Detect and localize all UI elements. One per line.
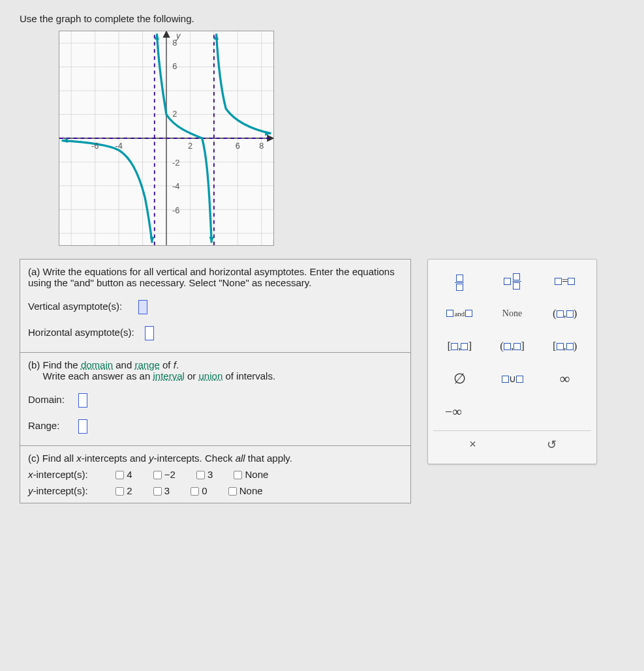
svg-text:-6: -6 xyxy=(172,205,179,215)
function-graph: -6-4 268 268 -2-4-6 y xyxy=(59,31,274,246)
kp-empty-set[interactable]: ∅ xyxy=(433,370,486,387)
checkbox-icon[interactable] xyxy=(115,471,124,479)
va-input[interactable] xyxy=(138,300,147,314)
part-c-label: (c) xyxy=(28,453,40,464)
question-prompt: Use the graph to complete the following. xyxy=(20,13,624,24)
kp-reset[interactable]: ↺ xyxy=(512,431,591,458)
svg-text:2: 2 xyxy=(188,141,192,151)
checkbox-icon[interactable] xyxy=(191,487,199,496)
checkbox-icon[interactable] xyxy=(196,471,205,479)
kp-closed-open[interactable]: [,) xyxy=(538,340,591,353)
svg-text:6: 6 xyxy=(172,61,177,71)
kp-fraction[interactable] xyxy=(433,272,486,291)
svg-marker-26 xyxy=(214,34,219,40)
domain-input[interactable] xyxy=(78,393,87,408)
domain-link[interactable]: domain xyxy=(81,359,113,370)
kp-neg-infinity[interactable]: −∞ xyxy=(433,404,494,419)
svg-text:-2: -2 xyxy=(172,158,179,168)
svg-text:-6: -6 xyxy=(91,141,99,151)
kp-equals[interactable]: = xyxy=(538,275,591,288)
part-a-label: (a) xyxy=(28,266,40,277)
kp-and[interactable]: and xyxy=(433,308,486,319)
kp-clear[interactable]: × xyxy=(433,431,512,458)
question-box: (a) Write the equations for all vertical… xyxy=(20,259,411,503)
svg-text:6: 6 xyxy=(236,141,240,151)
svg-text:y: y xyxy=(176,31,181,40)
checkbox-icon[interactable] xyxy=(234,471,242,479)
part-b: (b) Find the domain and range of f. (b) … xyxy=(20,353,410,446)
x-opt-3[interactable]: None xyxy=(234,469,268,480)
checkbox-icon[interactable] xyxy=(228,487,237,496)
ha-input[interactable] xyxy=(145,326,154,340)
x-opt-0[interactable]: 4 xyxy=(115,469,132,480)
ha-label: Horizontal asymptote(s): xyxy=(28,327,134,338)
svg-marker-19 xyxy=(163,31,169,37)
y-intercept-label: y-intercept(s): xyxy=(28,485,113,496)
kp-closed-closed[interactable]: [,] xyxy=(433,340,486,353)
svg-text:8: 8 xyxy=(259,141,264,151)
y-opt-2[interactable]: 0 xyxy=(191,485,207,496)
y-opt-1[interactable]: 3 xyxy=(153,485,170,496)
checkbox-icon[interactable] xyxy=(153,487,162,496)
part-b-label: (b) xyxy=(28,359,40,370)
range-link[interactable]: range xyxy=(134,359,159,370)
kp-mixed-fraction[interactable] xyxy=(486,273,539,290)
y-opt-3[interactable]: None xyxy=(228,485,263,496)
svg-text:2: 2 xyxy=(172,109,177,119)
svg-text:-4: -4 xyxy=(172,181,179,191)
part-a-text: Write the equations for all vertical and… xyxy=(28,266,395,288)
va-label: Vertical asymptote(s): xyxy=(28,301,122,312)
range-label: Range: xyxy=(28,420,59,431)
y-opt-0[interactable]: 2 xyxy=(115,485,132,496)
x-opt-1[interactable]: −2 xyxy=(153,469,176,480)
kp-open-open[interactable]: (,) xyxy=(538,307,591,320)
svg-text:-4: -4 xyxy=(115,141,122,151)
kp-open-closed[interactable]: (,] xyxy=(486,340,539,353)
kp-union[interactable]: ∪ xyxy=(486,372,539,385)
svg-marker-25 xyxy=(209,237,214,243)
union-link[interactable]: union xyxy=(199,370,223,381)
svg-marker-23 xyxy=(149,237,154,243)
part-a: (a) Write the equations for all vertical… xyxy=(20,260,410,353)
range-input[interactable] xyxy=(78,419,87,434)
svg-marker-24 xyxy=(155,34,159,40)
checkbox-icon[interactable] xyxy=(115,487,124,496)
x-intercept-label: x-intercept(s): xyxy=(28,469,113,480)
domain-label: Domain: xyxy=(28,394,65,405)
part-c: (c) Find all x-intercepts and y-intercep… xyxy=(20,446,410,503)
interval-link[interactable]: interval xyxy=(153,370,184,381)
x-opt-2[interactable]: 3 xyxy=(196,469,213,480)
kp-none[interactable]: None xyxy=(486,308,539,319)
kp-infinity[interactable]: ∞ xyxy=(538,370,591,387)
reset-icon: ↺ xyxy=(547,438,557,451)
svg-marker-27 xyxy=(62,138,68,143)
checkbox-icon[interactable] xyxy=(153,471,162,479)
math-keypad: = and None (,) [,] (,] [,) ∅ xyxy=(427,259,597,464)
